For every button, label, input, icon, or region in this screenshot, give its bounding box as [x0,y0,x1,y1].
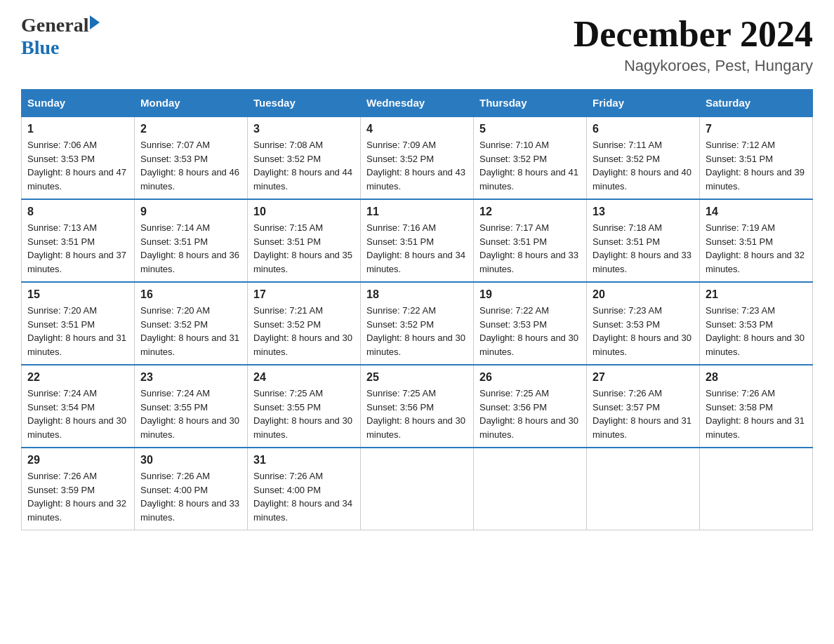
day-info: Sunrise: 7:24 AMSunset: 3:54 PMDaylight:… [27,387,128,441]
day-info: Sunrise: 7:26 AMSunset: 3:58 PMDaylight:… [706,387,807,441]
day-number: 18 [366,288,468,301]
day-number: 12 [479,206,581,218]
day-info: Sunrise: 7:19 AMSunset: 3:51 PMDaylight:… [706,221,807,276]
column-header-saturday: Saturday [700,90,813,117]
calendar-cell: 5Sunrise: 7:10 AMSunset: 3:52 PMDaylight… [474,116,587,199]
day-number: 9 [140,206,241,218]
day-info: Sunrise: 7:26 AMSunset: 3:57 PMDaylight:… [593,387,694,441]
calendar-cell: 11Sunrise: 7:16 AMSunset: 3:51 PMDayligh… [361,199,474,282]
day-info: Sunrise: 7:25 AMSunset: 3:56 PMDaylight:… [479,387,581,441]
calendar-cell: 29Sunrise: 7:26 AMSunset: 3:59 PMDayligh… [22,448,135,530]
calendar-cell: 1Sunrise: 7:06 AMSunset: 3:53 PMDaylight… [22,116,135,199]
calendar-cell: 22Sunrise: 7:24 AMSunset: 3:54 PMDayligh… [22,365,135,448]
calendar-week-row: 1Sunrise: 7:06 AMSunset: 3:53 PMDaylight… [22,116,813,199]
calendar-cell: 10Sunrise: 7:15 AMSunset: 3:51 PMDayligh… [248,199,361,282]
day-info: Sunrise: 7:20 AMSunset: 3:51 PMDaylight:… [27,304,128,358]
calendar-cell [700,448,813,530]
day-info: Sunrise: 7:20 AMSunset: 3:52 PMDaylight:… [140,304,241,358]
calendar-cell: 23Sunrise: 7:24 AMSunset: 3:55 PMDayligh… [135,365,248,448]
day-info: Sunrise: 7:26 AMSunset: 4:00 PMDaylight:… [140,469,241,524]
calendar-cell: 13Sunrise: 7:18 AMSunset: 3:51 PMDayligh… [587,199,700,282]
calendar-cell [474,448,587,530]
day-info: Sunrise: 7:17 AMSunset: 3:51 PMDaylight:… [479,221,581,276]
day-number: 7 [706,123,807,135]
calendar-cell: 30Sunrise: 7:26 AMSunset: 4:00 PMDayligh… [135,448,248,530]
calendar-cell: 7Sunrise: 7:12 AMSunset: 3:51 PMDaylight… [700,116,813,199]
calendar-cell: 17Sunrise: 7:21 AMSunset: 3:52 PMDayligh… [248,282,361,365]
day-number: 25 [366,371,468,384]
day-number: 10 [253,206,355,218]
day-number: 23 [140,371,241,384]
day-number: 17 [253,288,355,301]
calendar-cell: 28Sunrise: 7:26 AMSunset: 3:58 PMDayligh… [700,365,813,448]
day-number: 11 [366,206,468,218]
day-number: 28 [706,371,807,384]
calendar-week-row: 22Sunrise: 7:24 AMSunset: 3:54 PMDayligh… [22,365,813,448]
day-info: Sunrise: 7:14 AMSunset: 3:51 PMDaylight:… [140,221,241,276]
logo-triangle-icon [90,15,100,29]
day-number: 1 [27,123,128,135]
day-number: 2 [140,123,241,135]
day-info: Sunrise: 7:08 AMSunset: 3:52 PMDaylight:… [253,138,355,193]
day-info: Sunrise: 7:09 AMSunset: 3:52 PMDaylight:… [366,138,468,193]
day-info: Sunrise: 7:21 AMSunset: 3:52 PMDaylight:… [253,304,355,358]
calendar-cell: 21Sunrise: 7:23 AMSunset: 3:53 PMDayligh… [700,282,813,365]
day-info: Sunrise: 7:26 AMSunset: 3:59 PMDaylight:… [27,469,128,524]
calendar-cell: 15Sunrise: 7:20 AMSunset: 3:51 PMDayligh… [22,282,135,365]
day-number: 20 [593,288,694,301]
title-area: December 2024 Nagykoroes, Pest, Hungary [574,14,813,75]
day-number: 19 [479,288,581,301]
day-number: 13 [593,206,694,218]
day-info: Sunrise: 7:25 AMSunset: 3:55 PMDaylight:… [253,387,355,441]
calendar-cell: 25Sunrise: 7:25 AMSunset: 3:56 PMDayligh… [361,365,474,448]
day-number: 22 [27,371,128,384]
calendar-week-row: 29Sunrise: 7:26 AMSunset: 3:59 PMDayligh… [22,448,813,530]
day-number: 5 [479,123,581,135]
column-header-wednesday: Wednesday [361,90,474,117]
calendar-cell [361,448,474,530]
calendar-cell: 12Sunrise: 7:17 AMSunset: 3:51 PMDayligh… [474,199,587,282]
column-header-tuesday: Tuesday [248,90,361,117]
day-info: Sunrise: 7:10 AMSunset: 3:52 PMDaylight:… [479,138,581,193]
day-info: Sunrise: 7:18 AMSunset: 3:51 PMDaylight:… [593,221,694,276]
day-number: 6 [593,123,694,135]
day-info: Sunrise: 7:06 AMSunset: 3:53 PMDaylight:… [27,138,128,193]
day-number: 16 [140,288,241,301]
day-info: Sunrise: 7:13 AMSunset: 3:51 PMDaylight:… [27,221,128,276]
calendar-week-row: 15Sunrise: 7:20 AMSunset: 3:51 PMDayligh… [22,282,813,365]
day-number: 30 [140,454,241,467]
day-number: 26 [479,371,581,384]
calendar-cell: 4Sunrise: 7:09 AMSunset: 3:52 PMDaylight… [361,116,474,199]
day-info: Sunrise: 7:12 AMSunset: 3:51 PMDaylight:… [706,138,807,193]
calendar-week-row: 8Sunrise: 7:13 AMSunset: 3:51 PMDaylight… [22,199,813,282]
day-info: Sunrise: 7:16 AMSunset: 3:51 PMDaylight:… [366,221,468,276]
day-info: Sunrise: 7:24 AMSunset: 3:55 PMDaylight:… [140,387,241,441]
page-title: December 2024 [574,14,813,54]
day-number: 3 [253,123,355,135]
day-info: Sunrise: 7:15 AMSunset: 3:51 PMDaylight:… [253,221,355,276]
calendar-cell: 8Sunrise: 7:13 AMSunset: 3:51 PMDaylight… [22,199,135,282]
day-info: Sunrise: 7:11 AMSunset: 3:52 PMDaylight:… [593,138,694,193]
column-header-friday: Friday [587,90,700,117]
day-number: 21 [706,288,807,301]
calendar-cell: 20Sunrise: 7:23 AMSunset: 3:53 PMDayligh… [587,282,700,365]
calendar-cell: 31Sunrise: 7:26 AMSunset: 4:00 PMDayligh… [248,448,361,530]
column-header-sunday: Sunday [22,90,135,117]
calendar-cell: 26Sunrise: 7:25 AMSunset: 3:56 PMDayligh… [474,365,587,448]
calendar-cell: 16Sunrise: 7:20 AMSunset: 3:52 PMDayligh… [135,282,248,365]
day-info: Sunrise: 7:25 AMSunset: 3:56 PMDaylight:… [366,387,468,441]
day-info: Sunrise: 7:22 AMSunset: 3:53 PMDaylight:… [479,304,581,358]
day-info: Sunrise: 7:23 AMSunset: 3:53 PMDaylight:… [706,304,807,358]
day-number: 31 [253,454,355,467]
calendar-cell: 27Sunrise: 7:26 AMSunset: 3:57 PMDayligh… [587,365,700,448]
column-header-monday: Monday [135,90,248,117]
calendar-cell: 6Sunrise: 7:11 AMSunset: 3:52 PMDaylight… [587,116,700,199]
column-header-thursday: Thursday [474,90,587,117]
calendar-table: SundayMondayTuesdayWednesdayThursdayFrid… [21,89,813,530]
day-info: Sunrise: 7:23 AMSunset: 3:53 PMDaylight:… [593,304,694,358]
calendar-cell: 18Sunrise: 7:22 AMSunset: 3:52 PMDayligh… [361,282,474,365]
calendar-cell: 14Sunrise: 7:19 AMSunset: 3:51 PMDayligh… [700,199,813,282]
page-header: General Blue December 2024 Nagykoroes, P… [21,14,813,75]
calendar-header-row: SundayMondayTuesdayWednesdayThursdayFrid… [22,90,813,117]
calendar-cell: 3Sunrise: 7:08 AMSunset: 3:52 PMDaylight… [248,116,361,199]
